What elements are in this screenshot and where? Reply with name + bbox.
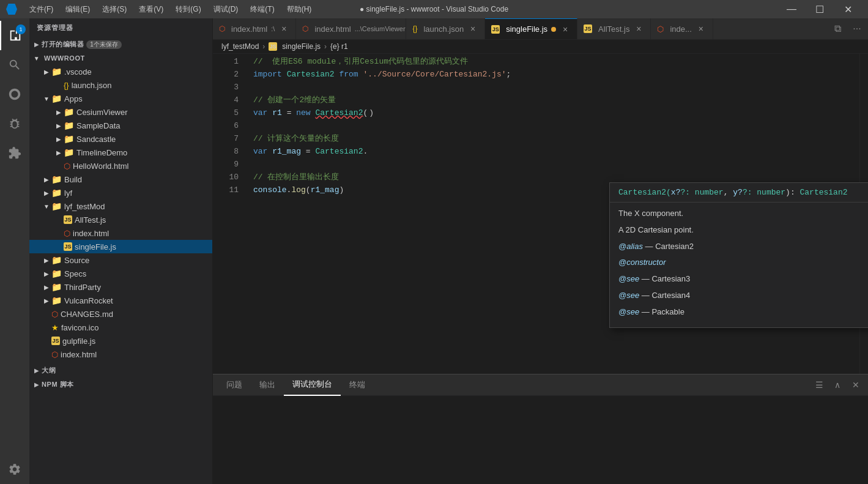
npm-section[interactable]: ▶ NPM 脚本 [29, 378, 212, 392]
sidebar-item-launch-json[interactable]: {} launch.json [29, 78, 212, 92]
open-editors-section[interactable]: ▶ 打开的编辑器 1个未保存 [29, 37, 212, 51]
new-kw: new [296, 106, 310, 119]
launch-json-icon: {} [64, 81, 69, 90]
ac-see2-sep: — [642, 291, 652, 300]
wwwroot-folder[interactable]: ▼ WWWROOT [29, 51, 212, 65]
vulcanrocket-label: VulcanRocket [64, 296, 212, 305]
ac-param1-name: x? [671, 188, 681, 197]
titlebar-left: 文件(F) 编辑(E) 选择(S) 查看(V) 转到(G) 调试(D) 终端(T… [6, 3, 316, 16]
sidebar-item-gulpfile[interactable]: JS gulpfile.js [29, 334, 212, 348]
menu-debug[interactable]: 调试(D) [209, 3, 243, 16]
sidebar-item-build[interactable]: ▶ 📁 Build [29, 173, 212, 186]
activity-search[interactable] [0, 50, 29, 80]
sidebar-item-changes-md[interactable]: ⬡ CHANGES.md [29, 307, 212, 321]
sidebar-item-index-html[interactable]: ⬡ index.html [29, 226, 212, 240]
sidebar-item-favicon[interactable]: ★ favicon.ico [29, 321, 212, 334]
activity-debug[interactable] [0, 109, 29, 138]
panel-tab-problems[interactable]: 问题 [218, 374, 251, 396]
space4: = [282, 106, 296, 119]
activity-extensions[interactable] [0, 138, 29, 168]
sidebar-item-lyftestmod[interactable]: ▼ 📁 lyf_testMod [29, 199, 212, 213]
sidebar-item-alltest[interactable]: JS AllTest.js [29, 213, 212, 226]
lyftestmod-arrow: ▼ [42, 203, 51, 210]
sidebar-item-apps[interactable]: ▼ 📁 Apps [29, 92, 212, 105]
ac-param2-type: ?: number [743, 188, 785, 197]
lyftestmod-label: lyf_testMod [64, 202, 212, 211]
activity-git[interactable] [0, 80, 29, 109]
code-line-1: // 使用ES6 module，引用Cesium代码包里的源代码文件 [243, 55, 868, 68]
tab-index-html-1[interactable]: ⬡ index.html :\ × [213, 18, 296, 40]
tab-close-launch[interactable]: × [467, 23, 478, 34]
panel-close-button[interactable]: ✕ [848, 378, 863, 392]
tab-index-html-2[interactable]: ⬡ index.html ...\CesiumViewer × [296, 18, 406, 40]
helloworld-icon: ⬡ [64, 162, 70, 171]
explorer-badge: 1 [16, 24, 26, 34]
menu-goto[interactable]: 转到(G) [171, 3, 206, 16]
panel-tab-terminal[interactable]: 终端 [341, 374, 374, 396]
alltest-label: AllTest.js [75, 215, 212, 225]
sidebar: 资源管理器 ▶ 打开的编辑器 1个未保存 ▼ WWWROOT ▶ 📁 .vsco… [29, 18, 213, 484]
sidebar-item-vscode[interactable]: ▶ 📁 .vscode [29, 65, 212, 78]
gulpfile-label: gulpfile.js [62, 337, 212, 346]
menu-help[interactable]: 帮助(H) [282, 3, 317, 16]
tab-launch-json[interactable]: {} launch.json × [406, 18, 485, 40]
code-line-4: // 创建一个2维的矢量 [243, 94, 868, 106]
ac-alias-value: Cartesian2 [655, 242, 694, 251]
tab-close-index3[interactable]: × [696, 23, 707, 34]
panel-tabs: 问题 输出 调试控制台 终端 ☰ ∧ ✕ [213, 374, 868, 396]
minimize-button[interactable]: — [777, 0, 806, 18]
menu-terminal[interactable]: 终端(T) [245, 3, 279, 16]
maximize-button[interactable]: ☐ [806, 0, 834, 18]
tab-icon-singlefile: JS [491, 25, 500, 34]
panel-tab-debug-console[interactable]: 调试控制台 [284, 374, 341, 396]
menu-file[interactable]: 文件(F) [24, 3, 58, 16]
sidebar-item-timelinedemo[interactable]: ▶ 📁 TimelineDemo [29, 146, 212, 159]
panel-collapse-button[interactable]: ∧ [830, 378, 845, 392]
sidebar-item-index-root[interactable]: ⬡ index.html [29, 348, 212, 361]
split-editor-button[interactable]: ⧉ [829, 20, 846, 37]
tab-icon-alltest: JS [584, 24, 592, 33]
r1mag-ref: r1_mag [311, 184, 339, 196]
tab-suffix-index2: ...\CesiumViewer [355, 25, 406, 32]
activity-explorer[interactable]: 1 [0, 21, 29, 50]
code-editor[interactable]: 1 2 3 4 5 6 7 8 9 10 11 // 使用ES6 module，… [213, 54, 868, 374]
tab-close-singlefile[interactable]: × [560, 24, 571, 35]
tab-singlefile-js[interactable]: JS singleFile.js × [485, 18, 577, 40]
panel-clear-button[interactable]: ☰ [812, 378, 826, 392]
ac-see3-value: Packable [651, 307, 684, 316]
close-button[interactable]: ✕ [834, 0, 862, 18]
apps-folder-icon: 📁 [51, 94, 62, 103]
sidebar-item-source[interactable]: ▶ 📁 Source [29, 253, 212, 267]
sidebar-item-singlefile[interactable]: JS singleFile.js [29, 240, 212, 253]
more-tabs-button[interactable]: ··· [848, 20, 866, 37]
tab-index-html-3[interactable]: ⬡ inde... × [651, 18, 713, 40]
var-kw-8: var [253, 145, 267, 158]
tab-close-index1[interactable]: × [278, 23, 289, 34]
sidebar-item-sampledata[interactable]: ▶ 📁 SampleData [29, 119, 212, 132]
panel-content[interactable] [213, 396, 868, 484]
tab-icon-index2: ⬡ [302, 24, 308, 33]
sidebar-item-vulcanrocket[interactable]: ▶ 📁 VulcanRocket [29, 294, 212, 307]
menu-select[interactable]: 选择(S) [97, 3, 132, 16]
code-line-8: var r1_mag = Cartesian2 . [243, 145, 868, 158]
space2 [358, 68, 363, 81]
sidebar-item-helloworld[interactable]: ⬡ HelloWorld.html [29, 159, 212, 173]
sidebar-content: ▼ WWWROOT ▶ 📁 .vscode {} launch.json ▼ 📁… [29, 51, 212, 484]
menu-edit[interactable]: 编辑(E) [61, 3, 95, 16]
tab-alltest-js[interactable]: JS AllTest.js × [577, 18, 651, 40]
outline-section[interactable]: ▶ 大纲 [29, 363, 212, 378]
tab-close-alltest[interactable]: × [633, 23, 644, 34]
import-kw: import [253, 68, 282, 81]
sidebar-item-sandcastle[interactable]: ▶ 📁 Sandcastle [29, 132, 212, 146]
sidebar-item-lyf[interactable]: ▶ 📁 lyf [29, 186, 212, 199]
panel-tab-output[interactable]: 输出 [251, 374, 284, 396]
cartesian2-ref-8: Cartesian2 [315, 145, 363, 158]
sidebar-item-thirdparty[interactable]: ▶ 📁 ThirdParty [29, 280, 212, 294]
comment-7: // 计算这个矢量的长度 [253, 132, 339, 145]
sidebar-item-cesiumviewer[interactable]: ▶ 📁 CesiumViewer [29, 105, 212, 119]
cartesian2-ref: Cartesian2 [315, 106, 363, 119]
menu-view[interactable]: 查看(V) [134, 3, 168, 16]
cesiumviewer-arrow: ▶ [54, 109, 64, 116]
sidebar-item-specs[interactable]: ▶ 📁 Specs [29, 267, 212, 280]
activity-settings[interactable] [0, 455, 29, 484]
